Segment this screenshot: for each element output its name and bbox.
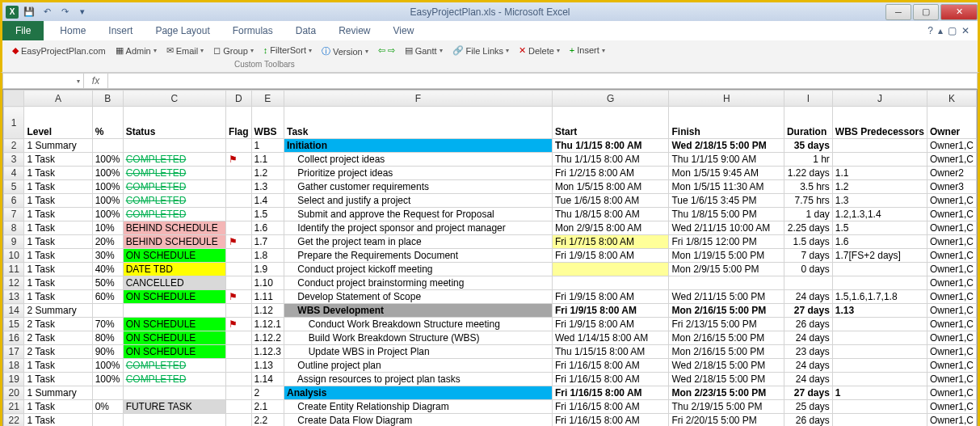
- cell[interactable]: 1 Task: [24, 180, 92, 194]
- cell[interactable]: 1 day: [784, 208, 832, 221]
- undo-icon[interactable]: ↶: [40, 5, 54, 19]
- cell[interactable]: ⚑: [225, 290, 251, 304]
- cell[interactable]: [92, 414, 123, 427]
- cell[interactable]: Mon 2/16/15 5:00 PM: [669, 345, 784, 359]
- cell[interactable]: 1: [832, 386, 927, 400]
- cell[interactable]: [225, 345, 251, 359]
- cell[interactable]: 100%: [92, 153, 123, 167]
- cell[interactable]: COMPLETED: [123, 153, 225, 167]
- cell[interactable]: 40%: [92, 263, 123, 276]
- cell[interactable]: Owner1,C: [927, 359, 976, 373]
- cell[interactable]: COMPLETED: [123, 373, 225, 386]
- cell[interactable]: 24 days: [784, 359, 832, 373]
- addin-nav-buttons[interactable]: ⇦⇨: [373, 44, 400, 57]
- cell[interactable]: [123, 139, 225, 153]
- cell[interactable]: 1.4: [251, 194, 284, 208]
- cell[interactable]: 60%: [92, 290, 123, 304]
- cell[interactable]: 1.13: [832, 304, 927, 318]
- addin-delete-button[interactable]: ✕Delete▾: [514, 44, 565, 57]
- row-header[interactable]: 8: [4, 221, 24, 235]
- tab-page-layout[interactable]: Page Layout: [144, 21, 221, 40]
- cell[interactable]: 0%: [92, 400, 123, 414]
- row-header[interactable]: 22: [4, 414, 24, 427]
- cell[interactable]: 1 Task: [24, 400, 92, 414]
- cell[interactable]: Owner1,C: [927, 318, 976, 331]
- cell[interactable]: BEHIND SCHEDULE: [123, 221, 225, 235]
- header-cell-G[interactable]: Start: [552, 107, 669, 139]
- cell[interactable]: [225, 331, 251, 345]
- cell[interactable]: Tue 1/6/15 8:00 AM: [552, 194, 669, 208]
- cell[interactable]: 1 Task: [24, 194, 92, 208]
- cell[interactable]: 1 Task: [24, 359, 92, 373]
- cell[interactable]: Owner1,C: [927, 373, 976, 386]
- cell[interactable]: [225, 249, 251, 263]
- cell[interactable]: [832, 263, 927, 276]
- cell[interactable]: [225, 304, 251, 318]
- header-cell-J[interactable]: WBS Predecessors: [832, 107, 927, 139]
- cell[interactable]: ON SCHEDULE: [123, 345, 225, 359]
- cell[interactable]: WBS Development: [284, 304, 552, 318]
- cell[interactable]: Mon 2/23/15 5:00 PM: [669, 386, 784, 400]
- header-cell-H[interactable]: Finish: [669, 107, 784, 139]
- cell[interactable]: ON SCHEDULE: [123, 290, 225, 304]
- cell[interactable]: Owner1,C: [927, 276, 976, 290]
- cell[interactable]: 1.1: [832, 167, 927, 180]
- cell[interactable]: 100%: [92, 167, 123, 180]
- cell[interactable]: [225, 194, 251, 208]
- cell[interactable]: Fri 1/9/15 8:00 AM: [552, 304, 669, 318]
- column-header-I[interactable]: I: [784, 91, 832, 107]
- row-header[interactable]: 10: [4, 249, 24, 263]
- cell[interactable]: 1.14: [251, 373, 284, 386]
- cell[interactable]: [832, 153, 927, 167]
- cell[interactable]: 1 Task: [24, 208, 92, 221]
- cell[interactable]: Fri 1/9/15 8:00 AM: [552, 318, 669, 331]
- cell[interactable]: Fri 2/13/15 5:00 PM: [669, 318, 784, 331]
- cell[interactable]: Wed 2/11/15 5:00 PM: [669, 290, 784, 304]
- cell[interactable]: Wed 2/18/15 5:00 PM: [669, 373, 784, 386]
- addin-filtersort-button[interactable]: ↕FilterSort▾: [259, 44, 317, 57]
- cell[interactable]: 90%: [92, 345, 123, 359]
- tab-data[interactable]: Data: [284, 21, 327, 40]
- cell[interactable]: ⚑: [225, 235, 251, 249]
- addin-email-button[interactable]: ✉Email▾: [162, 44, 209, 57]
- cell[interactable]: Collect project ideas: [284, 153, 552, 167]
- cell[interactable]: ⚑: [225, 318, 251, 331]
- addin-group-button[interactable]: ◻Group▾: [208, 44, 259, 57]
- cell[interactable]: [832, 139, 927, 153]
- minimize-button[interactable]: ─: [885, 4, 911, 20]
- cell[interactable]: Fri 1/7/15 8:00 AM: [552, 235, 669, 249]
- cell[interactable]: Owner1,C: [927, 400, 976, 414]
- cell[interactable]: [225, 263, 251, 276]
- cell[interactable]: Owner1,C: [927, 208, 976, 221]
- cell[interactable]: [225, 276, 251, 290]
- column-header-J[interactable]: J: [832, 91, 927, 107]
- cell[interactable]: Fri 1/9/15 8:00 AM: [552, 290, 669, 304]
- cell[interactable]: 1.5 days: [784, 235, 832, 249]
- cell[interactable]: 1 Task: [24, 235, 92, 249]
- addin-filelinks-button[interactable]: 🔗File Links▾: [448, 44, 514, 57]
- column-header-E[interactable]: E: [251, 91, 284, 107]
- cell[interactable]: 1.3: [832, 194, 927, 208]
- cell[interactable]: [225, 373, 251, 386]
- cell[interactable]: Submit and approve the Request for Propo…: [284, 208, 552, 221]
- cell[interactable]: 27 days: [784, 304, 832, 318]
- cell[interactable]: Fri 1/16/15 8:00 AM: [552, 386, 669, 400]
- cell[interactable]: [784, 276, 832, 290]
- cell[interactable]: 35 days: [784, 139, 832, 153]
- cell[interactable]: Conduct project kickoff meeting: [284, 263, 552, 276]
- row-header[interactable]: 14: [4, 304, 24, 318]
- cell[interactable]: 2.2: [251, 414, 284, 427]
- addin-gantt-button[interactable]: ▤Gantt▾: [400, 44, 448, 57]
- cell[interactable]: 26 days: [784, 414, 832, 427]
- cell[interactable]: [832, 414, 927, 427]
- column-header-F[interactable]: F: [284, 91, 552, 107]
- cell[interactable]: 1 Task: [24, 276, 92, 290]
- cell[interactable]: Thu 2/19/15 5:00 PM: [669, 400, 784, 414]
- cell[interactable]: 1 Task: [24, 263, 92, 276]
- cell[interactable]: 1.12.3: [251, 345, 284, 359]
- cell[interactable]: Fri 1/16/15 8:00 AM: [552, 414, 669, 427]
- cell[interactable]: 100%: [92, 180, 123, 194]
- cell[interactable]: Owner1,C: [927, 221, 976, 235]
- cell[interactable]: COMPLETED: [123, 180, 225, 194]
- cell[interactable]: [225, 208, 251, 221]
